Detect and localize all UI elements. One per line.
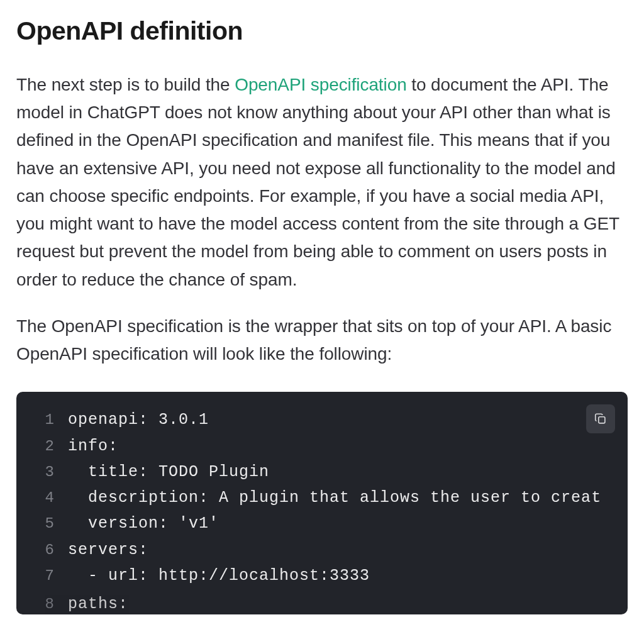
line-number: 7 [29, 564, 54, 589]
code-text: version: 'v1' [54, 511, 219, 536]
code-text: - url: http://localhost:3333 [54, 563, 370, 589]
code-line: 1 openapi: 3.0.1 [16, 407, 628, 433]
code-line: 2 info: [16, 433, 628, 459]
code-block: 1 openapi: 3.0.1 2 info: 3 title: TODO P… [16, 392, 628, 614]
intro-paragraph: The next step is to build the OpenAPI sp… [16, 71, 628, 294]
p1-pre: The next step is to build the [16, 75, 235, 94]
copy-icon [594, 412, 608, 426]
code-text: openapi: 3.0.1 [54, 407, 209, 433]
code-text: paths: [54, 591, 128, 614]
section-heading: OpenAPI definition [16, 16, 628, 46]
code-line: 4 description: A plugin that allows the … [16, 485, 628, 511]
line-number: 5 [29, 511, 54, 536]
openapi-spec-link[interactable]: OpenAPI specification [235, 75, 406, 94]
code-text: title: TODO Plugin [54, 459, 269, 485]
code-text: servers: [54, 537, 148, 563]
code-text: description: A plugin that allows the us… [54, 485, 601, 511]
code-line: 8 paths: [16, 591, 628, 614]
line-number: 8 [29, 592, 54, 614]
code-line: 7 - url: http://localhost:3333 [16, 563, 628, 589]
code-line: 6 servers: [16, 537, 628, 563]
line-number: 2 [29, 434, 54, 459]
svg-rect-0 [599, 417, 605, 423]
line-number: 3 [29, 460, 54, 485]
wrapper-paragraph: The OpenAPI specification is the wrapper… [16, 313, 628, 368]
code-line: 5 version: 'v1' [16, 511, 628, 536]
line-number: 4 [29, 486, 54, 511]
code-text: info: [54, 433, 118, 459]
code-line: 3 title: TODO Plugin [16, 459, 628, 485]
line-number: 6 [29, 538, 54, 563]
p1-post: to document the API. The model in ChatGP… [16, 75, 619, 289]
line-number: 1 [29, 408, 54, 433]
copy-button[interactable] [586, 404, 615, 433]
